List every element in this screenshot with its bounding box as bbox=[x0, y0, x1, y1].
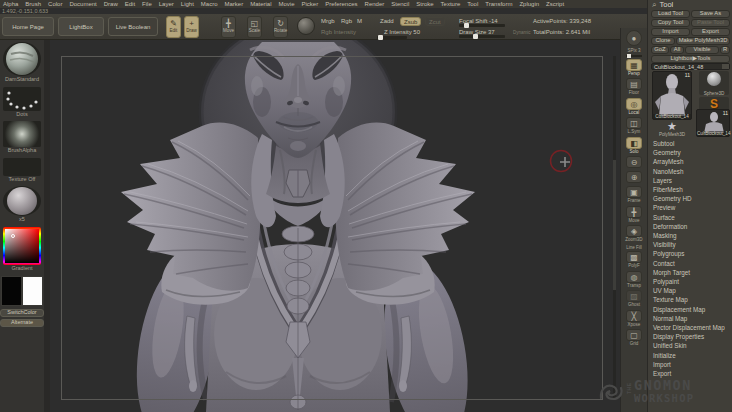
right-shelf-button[interactable]: ▩ PolyF bbox=[626, 251, 642, 269]
right-shelf-button[interactable]: ⊕ bbox=[626, 171, 642, 184]
right-shelf-button[interactable]: ▢ Grid bbox=[626, 329, 642, 347]
texture-thumbnail[interactable] bbox=[3, 158, 41, 176]
quick-pick-sphere3d[interactable]: Sphere3D bbox=[699, 71, 729, 95]
menu-item[interactable]: Draw bbox=[104, 1, 118, 7]
sv-square[interactable] bbox=[5, 229, 39, 263]
quick-pick-polymesh3d[interactable]: ★ PolyMesh3D bbox=[652, 122, 692, 136]
menu-item[interactable]: Layer bbox=[159, 1, 174, 7]
quick-pick-cultblockout[interactable]: 11 CultBlockout_14 bbox=[696, 109, 730, 137]
all-button[interactable]: All bbox=[670, 46, 684, 54]
right-shelf-button[interactable]: ▦ Persp bbox=[626, 59, 642, 77]
right-shelf-button[interactable]: ◧ Solo bbox=[626, 137, 642, 155]
m-button[interactable]: M bbox=[357, 18, 362, 24]
tool-section-item[interactable]: Morph Target bbox=[653, 268, 731, 277]
tool-section-item[interactable]: ArrayMesh bbox=[653, 157, 731, 166]
tool-name-r-toggle[interactable] bbox=[722, 64, 729, 69]
spix-groove[interactable] bbox=[626, 55, 642, 57]
tool-name-field[interactable]: CultBlockout_14_48 bbox=[651, 63, 730, 70]
lightbox-tools-button[interactable]: Lightbox▶Tools bbox=[651, 55, 730, 63]
focal-shift-slider[interactable] bbox=[459, 24, 505, 27]
tool-section-item[interactable]: Displacement Map bbox=[653, 305, 731, 314]
menu-item[interactable]: Texture bbox=[441, 1, 461, 7]
menu-item[interactable]: Movie bbox=[279, 1, 295, 7]
z-intensity-label[interactable]: Z Intensity 50 bbox=[384, 29, 420, 35]
right-shelf-button[interactable]: ◍ Transp bbox=[626, 271, 642, 289]
menu-item[interactable]: Stencil bbox=[391, 1, 409, 7]
color-picker-cursor[interactable] bbox=[11, 234, 15, 238]
menu-item[interactable]: Brush bbox=[25, 1, 41, 7]
sculpt-canvas-area[interactable] bbox=[50, 40, 620, 412]
tool-section-item[interactable]: Geometry bbox=[653, 148, 731, 157]
tool-section-item[interactable]: Contact bbox=[653, 259, 731, 268]
menu-item[interactable]: Picker bbox=[302, 1, 319, 7]
menu-item[interactable]: Render bbox=[365, 1, 385, 7]
tool-section-item[interactable]: Polygroups bbox=[653, 249, 731, 258]
tool-section-item[interactable]: FiberMesh bbox=[653, 185, 731, 194]
right-shelf-button[interactable]: ◎ Local bbox=[626, 98, 642, 116]
tool-section-item[interactable]: Preview bbox=[653, 203, 731, 212]
gradient-label[interactable]: Gradient bbox=[11, 266, 32, 272]
tool-section-item[interactable]: Display Properties bbox=[653, 332, 731, 341]
tool-section-item[interactable]: Visibility bbox=[653, 240, 731, 249]
right-shelf-button[interactable]: ◫ L.Sym bbox=[626, 117, 642, 135]
right-shelf-button[interactable]: ╳ Xpose bbox=[626, 310, 642, 328]
zcut-button[interactable]: Zcut bbox=[425, 17, 445, 26]
visible-button[interactable]: Visible bbox=[685, 46, 719, 54]
menu-item[interactable]: Transform bbox=[485, 1, 512, 7]
switch-color-button[interactable]: SwitchColor bbox=[0, 309, 44, 317]
menu-item[interactable]: Alpha bbox=[3, 1, 18, 7]
bpr-render-button[interactable]: ● bbox=[626, 30, 642, 46]
copy-tool-button[interactable]: Copy Tool bbox=[651, 19, 690, 27]
stroke-thumbnail[interactable] bbox=[3, 87, 41, 111]
draw-button[interactable]: + Draw bbox=[184, 16, 199, 38]
right-shelf-button[interactable]: ◈ Zoom3D bbox=[625, 225, 642, 243]
menu-item[interactable]: Light bbox=[181, 1, 194, 7]
right-shelf-button[interactable]: ▤ Floor bbox=[626, 78, 642, 96]
right-shelf-button[interactable]: ╋ Move bbox=[626, 206, 642, 224]
right-shelf-button[interactable]: ▣ Frame bbox=[626, 186, 642, 204]
tool-section-item[interactable]: Normal Map bbox=[653, 314, 731, 323]
tool-section-item[interactable]: Texture Map bbox=[653, 295, 731, 304]
save-as-button[interactable]: Save As bbox=[691, 10, 730, 18]
material-preview-ball[interactable] bbox=[297, 17, 315, 35]
active-tool-thumbnail[interactable]: 11 CultBlockout_14 bbox=[652, 71, 692, 120]
import-button[interactable]: Import bbox=[651, 28, 690, 36]
make-polymesh3d-button[interactable]: Make PolyMesh3D bbox=[676, 37, 730, 45]
menu-item[interactable]: Zscript bbox=[546, 1, 564, 7]
alpha-thumbnail[interactable] bbox=[3, 121, 41, 147]
export-button[interactable]: Export bbox=[691, 28, 730, 36]
menu-item[interactable]: Document bbox=[69, 1, 96, 7]
main-color-swatch[interactable] bbox=[1, 276, 22, 306]
alternate-button[interactable]: Alternate bbox=[0, 319, 44, 327]
z-intensity-slider[interactable] bbox=[377, 36, 407, 39]
menu-item[interactable]: Marker bbox=[224, 1, 243, 7]
scale-button[interactable]: ◱ Scale bbox=[247, 16, 262, 38]
tool-section-item[interactable]: Layers bbox=[653, 176, 731, 185]
goz-button[interactable]: GoZ bbox=[651, 46, 669, 54]
right-shelf-button[interactable]: ▨ Ghost bbox=[626, 290, 642, 308]
tool-section-item[interactable]: NanoMesh bbox=[653, 167, 731, 176]
rgb-button[interactable]: Rgb bbox=[341, 18, 352, 24]
menu-item[interactable]: Macro bbox=[201, 1, 218, 7]
mrgb-button[interactable]: Mrgb bbox=[321, 18, 335, 24]
draw-size-slider[interactable] bbox=[459, 35, 505, 38]
spix-slider[interactable]: SPix 3 bbox=[626, 48, 642, 57]
rotate-button[interactable]: ↻ Rotate bbox=[273, 16, 288, 38]
tool-section-item[interactable]: Surface bbox=[653, 213, 731, 222]
tool-section-item[interactable]: Import bbox=[653, 360, 731, 369]
material-thumbnail[interactable] bbox=[3, 186, 41, 216]
canvas-v-scrollbar[interactable] bbox=[613, 56, 616, 400]
r-button[interactable]: R bbox=[720, 46, 730, 54]
menu-item[interactable]: Preferences bbox=[325, 1, 357, 7]
tool-section-item[interactable]: Vector Displacement Map bbox=[653, 323, 731, 332]
lightbox-button[interactable]: LightBox bbox=[58, 17, 104, 36]
color-picker[interactable] bbox=[3, 227, 41, 265]
tool-section-item[interactable]: UV Map bbox=[653, 286, 731, 295]
zsub-button[interactable]: Zsub bbox=[400, 17, 421, 26]
move-button[interactable]: ╋ Move bbox=[221, 16, 236, 38]
tool-section-item[interactable]: Unified Skin bbox=[653, 341, 731, 350]
load-tool-button[interactable]: Load Tool bbox=[651, 10, 690, 18]
menu-item[interactable]: Tool bbox=[467, 1, 478, 7]
tool-section-item[interactable]: Initialize bbox=[653, 351, 731, 360]
menu-item[interactable]: File bbox=[142, 1, 152, 7]
